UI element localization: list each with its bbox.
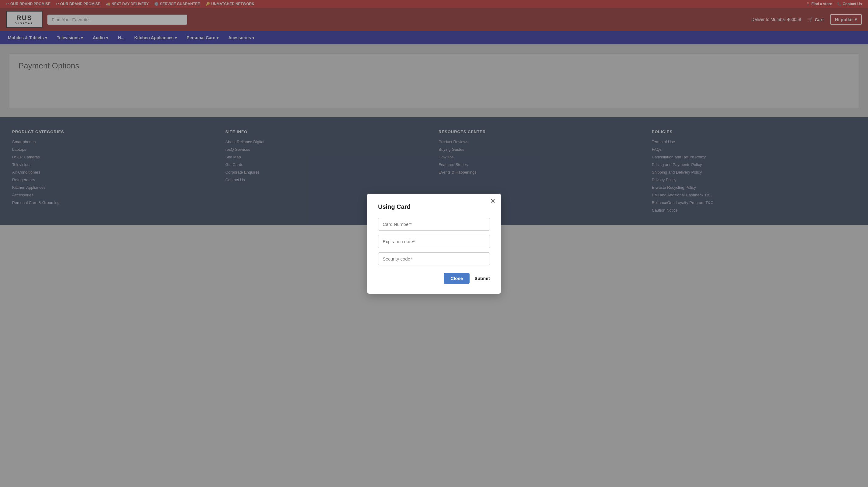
modal-close-x-button[interactable]: ✕ [490,198,495,205]
card-number-input[interactable] [378,218,490,225]
modal-title: Using Card [378,203,490,210]
using-card-modal: ✕ Using Card Close Submit [367,194,501,225]
modal-overlay[interactable]: ✕ Using Card Close Submit [0,0,868,225]
